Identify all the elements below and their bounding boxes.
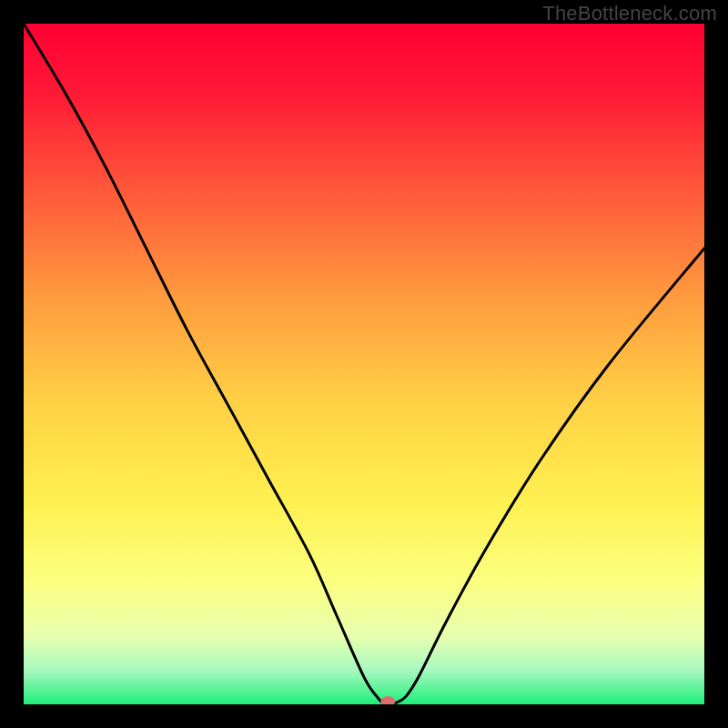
bottleneck-chart bbox=[24, 24, 704, 704]
plot-area bbox=[24, 24, 704, 704]
chart-frame: TheBottleneck.com bbox=[0, 0, 728, 728]
gradient-background bbox=[24, 24, 704, 704]
watermark-label: TheBottleneck.com bbox=[542, 2, 717, 25]
